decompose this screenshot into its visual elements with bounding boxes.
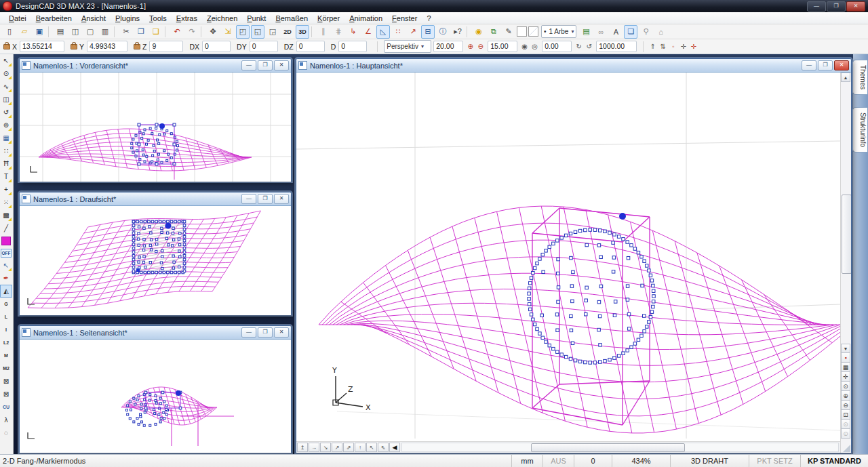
menu-item[interactable]: Animation [344, 14, 387, 23]
layer-link-icon[interactable]: ⧉ [487, 25, 500, 39]
print-icon[interactable]: ▤ [54, 25, 67, 39]
app-minimize-button[interactable]: — [807, 1, 826, 12]
text-tool-icon[interactable]: T [0, 170, 12, 183]
info-list-icon[interactable]: ⊟ [421, 25, 435, 39]
select-blue-icon[interactable]: ↖ [0, 259, 12, 272]
color-swatch-none[interactable] [528, 26, 538, 37]
menu-item[interactable]: Tools [144, 14, 172, 23]
menu-item[interactable]: ? [422, 14, 435, 23]
y-lock-icon[interactable] [71, 44, 77, 49]
grid-points-icon[interactable]: ∷ [0, 144, 12, 157]
menu-item[interactable]: Körper [313, 14, 344, 23]
zoom-in-icon[interactable]: ⊕ [841, 390, 850, 401]
hauptansicht-canvas[interactable]: YXZ [296, 73, 840, 439]
zoom-out-icon[interactable]: ⊖ [841, 400, 850, 410]
scroll-up-button[interactable]: ▲ [841, 73, 850, 82]
viewport-multi-icon[interactable]: ◱ [251, 25, 264, 39]
pan-up-icon[interactable]: ⇑ [648, 41, 658, 52]
seitenansicht-restore-button[interactable]: ❐ [258, 327, 273, 338]
vorderansicht-titlebar[interactable]: Namenlos-1 : Vorderansicht* — ❐ ✕ [20, 59, 291, 73]
retrieve-tool-icon[interactable]: ✒ [0, 272, 12, 285]
new-file-icon[interactable]: ▯ [3, 25, 16, 39]
grid-toggle-icon[interactable]: ▦ [841, 362, 850, 372]
app-close-button[interactable]: ✕ [846, 1, 865, 12]
box-x2-icon[interactable]: ⊠ [0, 388, 12, 401]
view-mode-combo[interactable]: Perspektiv ▾ [384, 40, 431, 53]
print-preview-icon[interactable]: ◫ [68, 25, 82, 39]
paste-icon[interactable]: ❑ [149, 25, 163, 39]
zoom-out-small-icon[interactable]: ⊖ [475, 41, 486, 52]
sep[interactable] [201, 26, 204, 37]
hauptansicht-close-button[interactable]: ✕ [834, 60, 849, 70]
vorderansicht-close-button[interactable]: ✕ [274, 60, 289, 70]
view-dir-up-icon[interactable]: ↥ [297, 443, 308, 452]
view-dir-upleft2-icon[interactable]: ⇖ [378, 443, 389, 452]
view-dir-right-icon[interactable]: → [309, 443, 319, 452]
triangle-tool-icon[interactable]: ◭ [0, 285, 12, 298]
snap-points-icon[interactable]: ∷ [391, 25, 405, 39]
snap-cursor-icon[interactable]: ↗ [406, 25, 420, 39]
seitenansicht-titlebar[interactable]: Namenlos-1 : Seitenansicht* — ❐ ✕ [20, 326, 291, 340]
seitenansicht-minimize-button[interactable]: — [241, 327, 256, 338]
viewport-single-icon[interactable]: ◲ [266, 25, 279, 39]
curve-tool-icon[interactable]: ∿ [0, 80, 12, 93]
circle-dash-icon[interactable]: ◌ [0, 426, 12, 439]
hatch-fill-icon[interactable]: ▩ [0, 209, 12, 222]
vorderansicht-canvas[interactable] [20, 73, 291, 182]
scroll-down-button[interactable]: ▼ [841, 344, 850, 353]
plot-icon[interactable]: ▥ [98, 25, 112, 39]
horizontal-scrollbar[interactable] [401, 443, 839, 452]
z-input[interactable]: 9 [149, 41, 183, 52]
info-icon[interactable]: ⓘ [436, 25, 450, 39]
vorderansicht-minimize-button[interactable]: — [241, 60, 256, 70]
fov-input[interactable]: 20.00 [433, 41, 463, 52]
sep[interactable] [114, 26, 117, 37]
cu-icon[interactable]: CU [0, 401, 12, 413]
ortho-icon[interactable]: ⋕ [332, 25, 345, 39]
pattern-tool-icon[interactable]: ⁙ [0, 196, 12, 209]
menu-item[interactable]: Ansicht [77, 14, 111, 23]
lambda-icon[interactable]: λ [0, 413, 12, 426]
box-x-icon[interactable]: ⊠ [0, 375, 12, 388]
lamp-icon[interactable]: ◉ [472, 25, 486, 39]
workplane-combo[interactable]: • 1 Arbe ▾ [541, 25, 576, 38]
snap-i-icon[interactable]: I [0, 323, 12, 336]
handles-icon[interactable]: Ħ [0, 157, 12, 170]
open-folder-icon[interactable]: ▱ [18, 25, 31, 39]
select-arrow-icon[interactable]: ↖ [0, 54, 12, 67]
hauptansicht-restore-button[interactable]: ❐ [818, 60, 833, 70]
draufsicht-canvas[interactable] [20, 206, 291, 315]
menu-item[interactable]: Extras [172, 14, 202, 23]
view-dir-upright-icon[interactable]: ↗ [332, 443, 342, 452]
hauptansicht-titlebar[interactable]: Namenlos-1 : Hauptansicht* — ❐ ✕ [296, 59, 851, 73]
snap-corner-icon[interactable]: ↳ [347, 25, 360, 39]
view-dir-up2-icon[interactable]: ↑ [355, 443, 366, 452]
zoom-in-small-icon[interactable]: ⊕ [465, 41, 475, 52]
sep[interactable] [165, 26, 168, 37]
tab-themes[interactable]: Themes [852, 60, 867, 95]
menu-item[interactable]: Zeichnen [202, 14, 242, 23]
snap-l2-icon[interactable]: L2 [0, 336, 12, 349]
walk-input[interactable]: 15.00 [488, 41, 517, 52]
text-style-icon[interactable]: A [609, 25, 623, 39]
hauptansicht-minimize-button[interactable]: — [802, 60, 816, 70]
zoom-extents-icon[interactable]: ⊙ [841, 428, 850, 439]
seitenansicht-close-button[interactable]: ✕ [274, 327, 289, 338]
move-icon[interactable]: ✥ [206, 25, 220, 39]
zoom-tool-icon[interactable]: ⊙ [0, 67, 12, 80]
clipboard-icon[interactable]: ❏ [624, 25, 637, 39]
zoom-window-icon[interactable]: ⊡ [841, 409, 850, 420]
box-3d-tool-icon[interactable]: ◫ [0, 93, 12, 106]
vertical-scrollbar[interactable]: ▲ ▼ ▪▦✛⊙⊕⊖⊡⊙⊙ [840, 73, 851, 453]
rotate-cw-icon[interactable]: ↻ [574, 41, 584, 52]
snap-m-icon[interactable]: M [0, 349, 12, 362]
menu-item[interactable]: Datei [4, 14, 31, 23]
draufsicht-close-button[interactable]: ✕ [274, 194, 289, 204]
tilt-input[interactable]: 0.00 [542, 41, 572, 52]
copy-icon[interactable]: ❐ [134, 25, 148, 39]
sep[interactable] [48, 26, 52, 37]
distance-input[interactable]: 1000.00 [596, 41, 637, 52]
horizontal-scroll-thumb[interactable] [531, 443, 685, 452]
snap-g-icon[interactable]: G [0, 298, 12, 310]
zoom-fit-icon[interactable]: ⊙ [841, 419, 850, 429]
